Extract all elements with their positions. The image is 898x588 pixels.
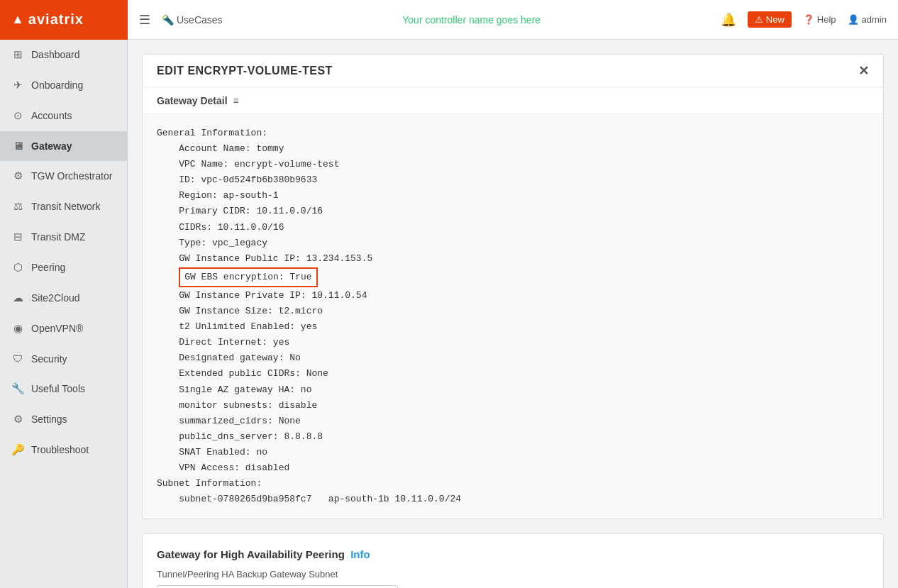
usecases-label: UseCases (177, 14, 223, 26)
sidebar-item-troubleshoot[interactable]: 🔑 Troubleshoot (0, 435, 127, 465)
aviatrix-logo-icon: ▲ (11, 12, 24, 27)
info-line-monitor: monitor subnests: disable (157, 398, 869, 414)
info-line-single-az: Single AZ gateway HA: no (157, 382, 869, 398)
usecases-icon: 🔦 (162, 14, 174, 26)
sidebar-item-label: TGW Orchestrator (31, 170, 112, 182)
info-line-public-ip: GW Instance Public IP: 13.234.153.5 (157, 251, 869, 267)
ha-info-link[interactable]: Info (350, 548, 370, 560)
sidebar-item-label: Site2Cloud (31, 292, 80, 304)
ha-select-wrapper: 10.11.0.0/24~~ap-south-1b~~Public subnet… (157, 585, 398, 588)
accounts-icon: ⊙ (11, 109, 24, 122)
brand-name: aviatrix (28, 11, 84, 28)
peering-icon: ⬡ (11, 261, 24, 274)
info-line-direct-internet: Direct Internet: yes (157, 335, 869, 350)
navbar: ▲ aviatrix ☰ 🔦 UseCases Your controller … (0, 0, 898, 40)
site2cloud-icon: ☁ (11, 292, 24, 304)
panel-title: EDIT ENCRYPT-VOLUME-TEST (157, 65, 333, 77)
troubleshoot-icon: 🔑 (11, 443, 24, 456)
gateway-icon: 🖥 (11, 140, 24, 152)
info-line-vpc: VPC Name: encrypt-volume-test (157, 157, 869, 172)
sidebar-item-transit-network[interactable]: ⚖ Transit Network (0, 192, 127, 222)
sidebar-item-gateway[interactable]: 🖥 Gateway (0, 131, 127, 161)
sidebar-item-label: Transit DMZ (31, 231, 85, 243)
sidebar-item-useful-tools[interactable]: 🔧 Useful Tools (0, 374, 127, 404)
sidebar-item-dashboard[interactable]: ⊞ Dashboard (0, 40, 127, 70)
help-icon: ❓ (803, 14, 814, 25)
sidebar-item-security[interactable]: 🛡 Security (0, 344, 127, 374)
sidebar-item-tgw-orchestrator[interactable]: ⚙ TGW Orchestrator (0, 161, 127, 192)
controller-name: Your controller name goes here (223, 14, 721, 26)
sidebar-item-settings[interactable]: ⚙ Settings (0, 404, 127, 435)
info-line-primary-cidr: Primary CIDR: 10.11.0.0/16 (157, 204, 869, 219)
sidebar-item-label: Settings (31, 414, 67, 425)
admin-link[interactable]: 👤 admin (848, 14, 887, 25)
info-line-summarized: summarized_cidrs: None (157, 414, 869, 429)
new-label: New (766, 14, 785, 25)
info-line-account: Account Name: tommy (157, 141, 869, 157)
hamburger-menu-icon[interactable]: ☰ (139, 12, 150, 28)
usecases-link[interactable]: 🔦 UseCases (162, 14, 223, 26)
sidebar-item-label: Peering (31, 262, 65, 273)
gateway-detail-content: General Information: Account Name: tommy… (143, 114, 883, 518)
help-link[interactable]: ❓ Help (803, 14, 836, 25)
info-line-designated-gw: Designated gateway: No (157, 350, 869, 366)
gateway-detail-title: Gateway Detail (157, 95, 228, 106)
info-line-id: ID: vpc-0d524fb6b380b9633 (157, 172, 869, 188)
tgw-icon: ⚙ (11, 170, 24, 182)
security-icon: 🛡 (11, 353, 24, 365)
info-line-dns: public_dns_server: 8.8.8.8 (157, 429, 869, 445)
dashboard-icon: ⊞ (11, 48, 24, 61)
info-line-type: Type: vpc_legacy (157, 235, 869, 251)
info-line-general: General Information: (157, 126, 869, 141)
edit-panel: EDIT ENCRYPT-VOLUME-TEST ✕ Gateway Detai… (142, 54, 884, 519)
menu-lines-icon[interactable]: ≡ (233, 95, 239, 106)
info-line-subnet-header: Subnet Information: (157, 476, 869, 492)
info-line-vpn: VPN Access: disabled (157, 460, 869, 476)
sidebar-item-openvpn[interactable]: ◉ OpenVPN® (0, 314, 127, 344)
ha-title: Gateway for High Availability Peering In… (157, 548, 869, 560)
ha-section: Gateway for High Availability Peering In… (142, 533, 884, 588)
transit-network-icon: ⚖ (11, 200, 24, 213)
info-line-region: Region: ap-south-1 (157, 188, 869, 204)
ebs-highlight: GW EBS encryption: True (179, 267, 317, 287)
ha-subnet-select[interactable]: 10.11.0.0/24~~ap-south-1b~~Public subnet (157, 585, 398, 588)
bell-icon[interactable]: 🔔 (721, 12, 736, 28)
ha-subnet-label: Tunnel/Peering HA Backup Gateway Subnet (157, 569, 869, 579)
brand-logo[interactable]: ▲ aviatrix (0, 0, 128, 40)
panel-subheader: Gateway Detail ≡ (143, 88, 883, 114)
sidebar-item-label: Onboarding (31, 79, 83, 91)
info-line-size: GW Instance Size: t2.micro (157, 304, 869, 319)
admin-icon: 👤 (848, 14, 859, 25)
sidebar-item-site2cloud[interactable]: ☁ Site2Cloud (0, 283, 127, 314)
new-warning-icon: ⚠ (755, 14, 763, 25)
onboarding-icon: ✈ (11, 79, 24, 91)
settings-icon: ⚙ (11, 413, 24, 426)
sidebar-item-label: Security (31, 353, 67, 365)
sidebar-item-label: Troubleshoot (31, 444, 89, 455)
openvpn-icon: ◉ (11, 322, 24, 335)
useful-tools-icon: 🔧 (11, 382, 24, 395)
panel-header: EDIT ENCRYPT-VOLUME-TEST ✕ (143, 55, 883, 88)
help-label: Help (817, 14, 836, 25)
ha-title-text: Gateway for High Availability Peering (157, 548, 345, 560)
navbar-right: 🔔 ⚠ New ❓ Help 👤 admin (721, 11, 887, 28)
admin-label: admin (862, 14, 887, 25)
sidebar-item-peering[interactable]: ⬡ Peering (0, 253, 127, 283)
info-line-subnet-detail: subnet-0780265d9ba958fc7 ap-south-1b 10.… (157, 492, 869, 507)
info-line-snat: SNAT Enabled: no (157, 445, 869, 460)
main-content: EDIT ENCRYPT-VOLUME-TEST ✕ Gateway Detai… (128, 40, 898, 588)
info-line-ebs: GW EBS encryption: True (157, 267, 869, 288)
transit-dmz-icon: ⊟ (11, 231, 24, 243)
sidebar-item-transit-dmz[interactable]: ⊟ Transit DMZ (0, 222, 127, 253)
new-button[interactable]: ⚠ New (748, 11, 792, 28)
sidebar-item-label: Transit Network (31, 201, 101, 212)
sidebar-item-label: OpenVPN® (31, 323, 83, 334)
info-line-extended-cidrs: Extended public CIDRs: None (157, 366, 869, 382)
sidebar-item-accounts[interactable]: ⊙ Accounts (0, 101, 127, 131)
close-button[interactable]: ✕ (858, 63, 870, 79)
sidebar-item-onboarding[interactable]: ✈ Onboarding (0, 70, 127, 101)
sidebar-item-label: Accounts (31, 110, 72, 121)
info-line-private-ip: GW Instance Private IP: 10.11.0.54 (157, 288, 869, 304)
sidebar-item-label: Gateway (31, 140, 72, 152)
sidebar: ⊞ Dashboard ✈ Onboarding ⊙ Accounts 🖥 Ga… (0, 40, 128, 588)
